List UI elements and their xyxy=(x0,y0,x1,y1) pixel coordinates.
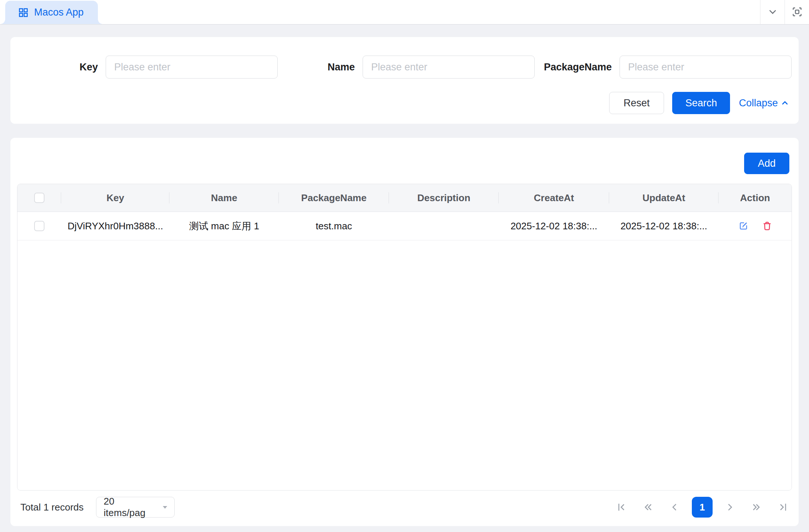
fullscreen-icon xyxy=(791,6,803,18)
collapse-link-label: Collapse xyxy=(739,97,778,109)
cell-action xyxy=(719,220,792,232)
page-next-button[interactable] xyxy=(720,498,739,517)
table-empty-area xyxy=(17,240,792,490)
filter-actions-row: Reset Search Collapse xyxy=(10,79,799,114)
page-next-icon xyxy=(724,502,735,513)
table-toolbar: Add xyxy=(10,138,799,174)
search-button[interactable]: Search xyxy=(672,92,730,114)
row-checkbox[interactable] xyxy=(34,221,44,231)
column-header-packagename: PackageName xyxy=(279,184,389,212)
key-field-label: Key xyxy=(79,61,98,73)
column-header-updateat: UpdateAt xyxy=(609,184,719,212)
add-button[interactable]: Add xyxy=(744,153,789,174)
column-header-action: Action xyxy=(719,184,792,212)
name-field-label: Name xyxy=(327,61,355,73)
pagination: 1 xyxy=(612,497,793,518)
table-header-row: Key Name PackageName Description CreateA… xyxy=(17,184,792,212)
page-number-1[interactable]: 1 xyxy=(692,497,713,518)
cell-updateat: 2025-12-02 18:38:... xyxy=(609,220,719,232)
page-forward5-icon xyxy=(751,502,762,513)
page-size-value: 20 items/pag xyxy=(104,496,158,519)
header-checkbox-cell xyxy=(17,184,61,212)
chevron-up-icon xyxy=(780,98,790,108)
tab-bar: Macos App xyxy=(0,0,809,25)
column-header-createat: CreateAt xyxy=(499,184,609,212)
delete-button[interactable] xyxy=(762,220,773,232)
tab-label: Macos App xyxy=(34,7,84,18)
chevron-down-icon xyxy=(767,6,779,18)
filter-card: Key Name PackageName Reset Search Collap… xyxy=(10,37,799,124)
packagename-field-label: PackageName xyxy=(544,61,612,73)
page-last-icon xyxy=(777,502,789,513)
page-back5-icon xyxy=(643,502,654,513)
filter-field-packagename: PackageName xyxy=(535,56,792,79)
table-row: DjViRYXhr0Hm3888... 测试 mac 应用 1 test.mac… xyxy=(17,212,792,240)
trash-icon xyxy=(762,220,773,232)
cell-packagename: test.mac xyxy=(279,220,389,232)
tab-macos-app[interactable]: Macos App xyxy=(5,1,98,24)
grid-icon xyxy=(18,7,29,18)
page-first-icon xyxy=(616,502,627,513)
key-input[interactable] xyxy=(106,56,278,79)
column-header-description: Description xyxy=(389,184,499,212)
cell-createat: 2025-12-02 18:38:... xyxy=(499,220,609,232)
edit-icon xyxy=(738,220,749,232)
cell-key: DjViRYXhr0Hm3888... xyxy=(61,220,169,232)
page-back5-button[interactable] xyxy=(638,498,658,517)
tabbar-controls xyxy=(760,0,809,24)
row-checkbox-cell xyxy=(17,221,61,231)
packagename-input[interactable] xyxy=(620,56,792,79)
table-card: Add Key Name PackageName Description Cre… xyxy=(10,138,799,526)
fullscreen-button[interactable] xyxy=(785,0,809,24)
page-prev-icon xyxy=(669,502,680,513)
cell-name: 测试 mac 应用 1 xyxy=(169,220,279,233)
table-footer: Total 1 records 20 items/pag xyxy=(10,491,799,526)
column-header-name: Name xyxy=(169,184,279,212)
total-records-text: Total 1 records xyxy=(20,502,84,513)
caret-down-icon xyxy=(160,502,170,512)
collapse-link[interactable]: Collapse xyxy=(739,97,790,109)
page-first-button[interactable] xyxy=(612,498,631,517)
filter-field-key: Key xyxy=(21,56,278,79)
page-size-select[interactable]: 20 items/pag xyxy=(96,497,175,518)
page-prev-button[interactable] xyxy=(665,498,684,517)
edit-button[interactable] xyxy=(738,220,749,232)
select-all-checkbox[interactable] xyxy=(34,193,44,203)
filter-fields-row: Key Name PackageName xyxy=(10,37,799,79)
tab-list-dropdown-button[interactable] xyxy=(760,0,785,24)
data-table: Key Name PackageName Description CreateA… xyxy=(17,184,792,491)
page-last-button[interactable] xyxy=(773,498,793,517)
name-input[interactable] xyxy=(363,56,535,79)
filter-field-name: Name xyxy=(278,56,535,79)
column-header-key: Key xyxy=(61,184,169,212)
reset-button[interactable]: Reset xyxy=(609,92,664,114)
page-forward5-button[interactable] xyxy=(747,498,766,517)
